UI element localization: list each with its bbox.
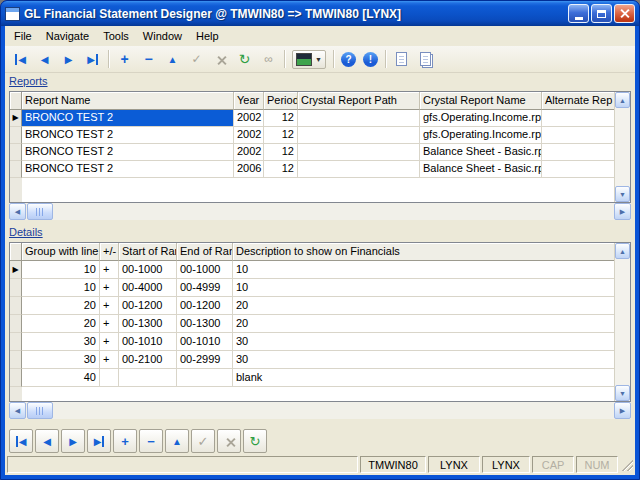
cell-group[interactable]: 20 — [22, 297, 100, 315]
cell-year[interactable]: 2006 — [234, 161, 264, 178]
help-button[interactable]: ? — [341, 52, 356, 67]
cell-start-range[interactable] — [119, 369, 177, 387]
cell-crystal-name[interactable]: gfs.Operating.Income.rpt — [420, 127, 542, 144]
column-header-start[interactable]: Start of Range — [119, 243, 177, 261]
minimize-button[interactable] — [568, 4, 589, 23]
nav-last-button[interactable]: ▶ — [87, 429, 111, 453]
details-section-label[interactable]: Details — [9, 226, 43, 242]
cell-alternate[interactable] — [542, 127, 614, 144]
cell-sign[interactable]: + — [100, 333, 119, 351]
cell-description[interactable]: 20 — [233, 297, 614, 315]
nav-first-button[interactable]: ◀ — [9, 429, 33, 453]
scrollbar-track[interactable] — [53, 203, 614, 220]
cell-crystal-name[interactable]: Balance Sheet - Basic.rpt — [420, 161, 542, 178]
cell-end-range[interactable] — [177, 369, 233, 387]
column-header-alternate[interactable]: Alternate Rep — [542, 92, 614, 110]
cell-report-name[interactable]: BRONCO TEST 2 — [22, 161, 234, 178]
last-record-button[interactable]: ▶ — [84, 51, 101, 68]
nav-next-button[interactable]: ▶ — [61, 429, 85, 453]
column-header-sign[interactable]: +/- — [100, 243, 119, 261]
reports-section-label[interactable]: Reports — [9, 75, 48, 91]
maximize-button[interactable] — [591, 4, 612, 23]
details-horizontal-scrollbar[interactable]: ◀ ▶ — [9, 402, 631, 419]
cell-sign[interactable]: + — [100, 297, 119, 315]
cell-end-range[interactable]: 00-1300 — [177, 315, 233, 333]
cell-start-range[interactable]: 00-4000 — [119, 279, 177, 297]
about-button[interactable]: ! — [363, 52, 378, 67]
cell-end-range[interactable]: 00-4999 — [177, 279, 233, 297]
cell-period[interactable]: 12 — [264, 144, 298, 161]
cell-period[interactable]: 12 — [264, 161, 298, 178]
cell-alternate[interactable] — [542, 110, 614, 127]
nav-edit-button[interactable]: ▲ — [165, 429, 189, 453]
prior-record-button[interactable]: ◀ — [36, 51, 53, 68]
nav-insert-button[interactable]: + — [113, 429, 137, 453]
column-header-crystal-name[interactable]: Crystal Report Name — [420, 92, 542, 110]
cell-end-range[interactable]: 00-1000 — [177, 261, 233, 279]
copy-document-button[interactable] — [417, 51, 434, 68]
cell-crystal-path[interactable] — [298, 127, 420, 144]
nav-post-button[interactable]: ✓ — [191, 429, 215, 453]
cell-year[interactable]: 2002 — [234, 110, 264, 127]
column-header-end[interactable]: End of Range — [177, 243, 233, 261]
cell-end-range[interactable]: 00-1010 — [177, 333, 233, 351]
cell-group[interactable]: 30 — [22, 333, 100, 351]
scroll-down-button[interactable]: ▼ — [615, 385, 630, 401]
cell-crystal-name[interactable]: gfs.Operating.Income.rpt — [420, 110, 542, 127]
scroll-right-button[interactable]: ▶ — [614, 203, 631, 220]
cell-group[interactable]: 30 — [22, 351, 100, 369]
close-button[interactable] — [614, 4, 635, 23]
menu-tools[interactable]: Tools — [96, 28, 136, 44]
column-header-description[interactable]: Description to show on Financials — [233, 243, 614, 261]
cell-group[interactable]: 10 — [22, 279, 100, 297]
scroll-down-button[interactable]: ▼ — [615, 186, 630, 202]
delete-record-button[interactable]: − — [140, 51, 157, 68]
menu-file[interactable]: File — [7, 28, 39, 44]
scroll-left-button[interactable]: ◀ — [9, 203, 26, 220]
cell-description[interactable]: blank — [233, 369, 614, 387]
menu-help[interactable]: Help — [189, 28, 226, 44]
cell-sign[interactable] — [100, 369, 119, 387]
post-edit-button[interactable]: ✓ — [188, 51, 205, 68]
column-header-crystal-path[interactable]: Crystal Report Path — [298, 92, 420, 110]
cell-start-range[interactable]: 00-1010 — [119, 333, 177, 351]
cell-start-range[interactable]: 00-1300 — [119, 315, 177, 333]
cell-group[interactable]: 20 — [22, 315, 100, 333]
first-record-button[interactable]: ◀ — [12, 51, 29, 68]
cell-crystal-path[interactable] — [298, 110, 420, 127]
scroll-up-button[interactable]: ▲ — [615, 243, 630, 259]
reports-horizontal-scrollbar[interactable]: ◀ ▶ — [9, 203, 631, 220]
cell-end-range[interactable]: 00-1200 — [177, 297, 233, 315]
titlebar[interactable]: GL Financial Statement Designer @ TMWIN8… — [1, 1, 639, 26]
nav-cancel-button[interactable] — [217, 429, 241, 453]
menu-window[interactable]: Window — [136, 28, 189, 44]
cell-sign[interactable]: + — [100, 351, 119, 369]
scroll-right-button[interactable]: ▶ — [614, 402, 631, 419]
scrollbar-thumb[interactable] — [27, 203, 53, 220]
cell-alternate[interactable] — [542, 161, 614, 178]
cell-report-name[interactable]: BRONCO TEST 2 — [22, 144, 234, 161]
nav-prior-button[interactable]: ◀ — [35, 429, 59, 453]
nav-delete-button[interactable]: − — [139, 429, 163, 453]
cell-description[interactable]: 10 — [233, 279, 614, 297]
nav-refresh-button[interactable]: ↻ — [243, 429, 267, 453]
scrollbar-track[interactable] — [53, 402, 614, 419]
reports-vertical-scrollbar[interactable]: ▲ ▼ — [614, 92, 630, 202]
menu-navigate[interactable]: Navigate — [39, 28, 96, 44]
cancel-edit-button[interactable] — [212, 51, 229, 68]
cell-start-range[interactable]: 00-1000 — [119, 261, 177, 279]
scrollbar-thumb[interactable] — [27, 402, 53, 419]
cell-sign[interactable]: + — [100, 279, 119, 297]
details-vertical-scrollbar[interactable]: ▲ ▼ — [614, 243, 630, 401]
cell-group[interactable]: 10 — [22, 261, 100, 279]
cell-sign[interactable]: + — [100, 261, 119, 279]
cell-description[interactable]: 30 — [233, 351, 614, 369]
scroll-up-button[interactable]: ▲ — [615, 92, 630, 108]
cell-group[interactable]: 40 — [22, 369, 100, 387]
cell-description[interactable]: 10 — [233, 261, 614, 279]
column-header-report-name[interactable]: Report Name — [22, 92, 234, 110]
document-button[interactable] — [393, 51, 410, 68]
preview-report-button[interactable]: ▼ — [292, 50, 326, 69]
cell-period[interactable]: 12 — [264, 110, 298, 127]
cell-year[interactable]: 2002 — [234, 127, 264, 144]
